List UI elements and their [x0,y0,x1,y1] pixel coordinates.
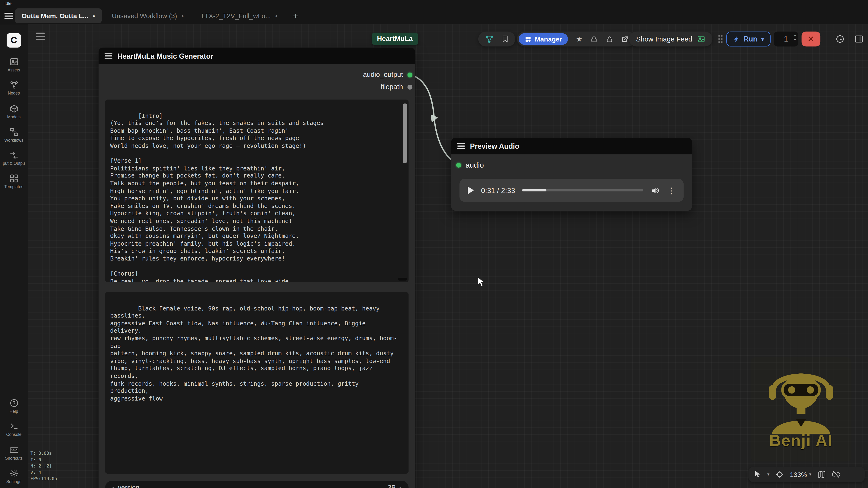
tab-workflow-3[interactable]: LTX-2_T2V_Full_wLo... ● [195,8,284,23]
sidebar-item-settings[interactable]: Settings [0,465,28,488]
history-clock-icon [835,34,844,44]
shortcuts-icon [9,445,19,455]
node-menu-icon[interactable] [105,53,113,59]
tab-workflow-2[interactable]: Unsaved Workflow (3) ● [105,8,191,23]
manager-button[interactable]: Manager [519,33,568,45]
combo-right-arrow-icon[interactable]: ▸ [400,484,402,488]
manager-label: Manager [535,35,562,43]
lyrics-text: [Intro] (Yo, this one's for the fakes, t… [110,112,323,282]
toolbar-drag-handle[interactable] [717,34,724,46]
version-value: 3B [388,484,396,488]
sidebar-item-input-output[interactable]: put & Outpu [0,147,28,170]
node-title-bar[interactable]: Preview Audio [451,138,692,154]
output-slot-filepath[interactable] [407,85,412,89]
settings-gear-icon [9,468,19,478]
perf-time: T: 0.00s [30,450,57,457]
input-output-icon [9,151,19,160]
node-title: HeartMuLa Music Generator [118,52,214,60]
sidebar-item-nodes[interactable]: Nodes [0,76,28,100]
workflow-share-teal-icon[interactable] [485,34,494,44]
app-menu-icon[interactable] [4,11,14,20]
minimap-button[interactable] [817,470,826,479]
mouse-cursor [477,276,486,290]
audio-progress-fill [522,189,547,191]
unsaved-dot-icon: ● [275,14,278,18]
pointer-tool-button[interactable] [754,470,762,479]
console-icon [9,422,19,431]
interrupt-button[interactable]: ✕ [802,32,820,46]
sidebar-item-label: Templates [4,185,23,189]
audio-time: 0:31 / 2:33 [481,186,515,195]
history-button[interactable] [832,32,848,46]
tab-label: LTX-2_T2V_Full_wLo... [202,12,271,20]
link-visibility-button[interactable] [832,470,840,479]
canvas-controls: ▾ 133% ▾ [748,467,865,482]
fit-view-button[interactable] [776,470,784,479]
sidebar-item-workflows[interactable]: Workflows [0,123,28,147]
step-up-icon[interactable]: ▴ [794,33,796,37]
unsaved-dot-icon: ● [181,14,184,18]
benji-ai-watermark: Benji AI [750,357,851,461]
comfyui-logo[interactable]: C [7,33,21,47]
run-button[interactable]: Run ▾ [726,32,770,46]
style-tags-textarea[interactable]: Black Female voice, 90s rap, old-school … [105,292,408,474]
perf-nodes: N: 2 [2] [30,463,57,469]
graph-canvas[interactable]: HeartMuLa HeartMuLa Music Generator audi… [28,24,868,488]
sidebar-item-label: Help [10,410,18,414]
sidebar-item-console[interactable]: Console [0,418,28,441]
node-title: Preview Audio [470,142,519,150]
version-combo-widget[interactable]: ◂ version 3B ▸ [105,481,408,488]
perf-version: V: 4 [30,469,57,476]
tab-workflow-1[interactable]: Outta Mem, Outta L... ● [15,8,102,23]
batch-count-steppers[interactable]: ▴▾ [794,33,796,41]
lyrics-textarea[interactable]: [Intro] (Yo, this one's for the fakes, t… [105,99,408,282]
player-menu-icon[interactable]: ⋮ [667,186,675,195]
unsaved-dot-icon: ● [93,14,95,18]
sidebar-item-shortcuts[interactable]: Shortcuts [0,441,28,465]
perf-fps: FPS:119.05 [30,476,57,482]
sidebar-item-help[interactable]: Help [0,394,28,418]
run-dropdown-icon[interactable]: ▾ [762,36,764,42]
panel-toggle-icon [854,34,863,44]
panel-toggle-button[interactable] [850,32,867,46]
screenshot-stage: Idle Outta Mem, Outta L... ● Unsaved Wor… [0,0,868,488]
lyrics-scrollbar[interactable] [403,103,407,163]
templates-icon [9,174,19,184]
node-menu-icon[interactable] [457,143,465,149]
run-controls: Run ▾ 1 ▴▾ ✕ [726,32,820,46]
sidebar-item-label: Workflows [4,138,23,143]
nodes-icon [9,80,19,90]
lock-alt-icon[interactable] [606,35,614,43]
output-slot-audio[interactable] [407,72,412,77]
new-tab-button[interactable]: + [289,10,302,22]
node-preview-audio[interactable]: Preview Audio audio 0:31 / 2:33 ⋮ [451,138,692,211]
node-music-generator[interactable]: HeartMuLa Music Generator audio_output f… [99,47,415,488]
canvas-menu-icon[interactable] [35,32,46,41]
resize-handle[interactable] [398,278,407,281]
sidebar-item-assets[interactable]: Assets [0,53,28,76]
help-icon [9,398,19,408]
batch-count-input[interactable]: 1 ▴▾ [774,32,798,46]
audio-progress-bar[interactable] [522,189,643,191]
share-arrow-icon[interactable] [621,35,629,43]
bookmark-icon[interactable] [501,35,509,43]
favorites-star-icon[interactable]: ★ [576,35,582,43]
run-bolt-icon [733,36,739,42]
style-tags-text: Black Female voice, 90s rap, old-school … [110,304,397,401]
volume-icon[interactable] [651,186,660,195]
input-slot-audio[interactable] [456,163,461,168]
zoom-control[interactable]: 133% ▾ [790,470,811,478]
output-row-audio: audio_output [363,69,415,80]
audio-player: 0:31 / 2:33 ⋮ [460,179,684,202]
pointer-dropdown-icon[interactable]: ▾ [767,472,769,477]
show-image-feed-button[interactable]: Show Image Feed [629,32,713,46]
sidebar-item-label: Shortcuts [5,456,22,461]
sidebar-item-models[interactable]: Models [0,100,28,123]
benji-ai-text: Benji AI [769,432,833,450]
play-button[interactable] [468,187,474,194]
combo-left-arrow-icon[interactable]: ◂ [111,484,114,488]
node-title-bar[interactable]: HeartMuLa Music Generator [99,47,415,64]
sidebar-item-templates[interactable]: Templates [0,170,28,193]
step-down-icon[interactable]: ▾ [794,38,796,41]
lock-icon[interactable] [590,35,598,43]
